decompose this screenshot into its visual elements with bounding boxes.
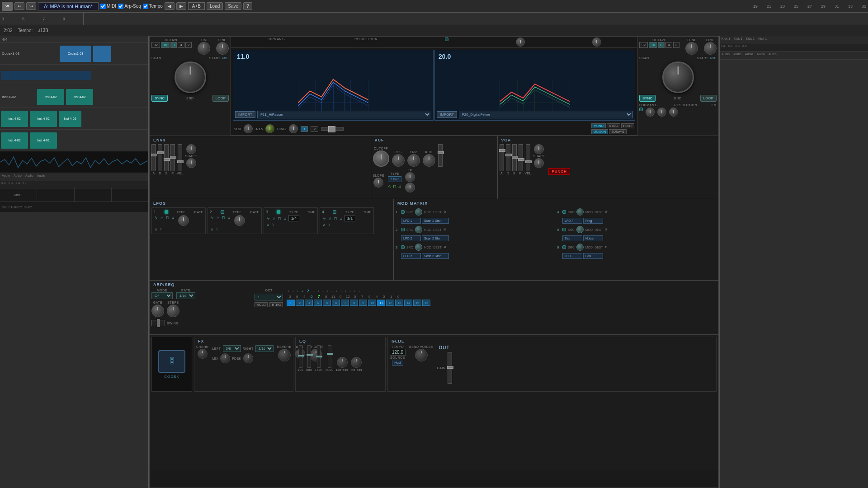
prev-button[interactable]: ◀ xyxy=(165,2,175,10)
ab-button[interactable]: A+B xyxy=(188,2,205,10)
mod6-led[interactable] xyxy=(562,245,566,249)
lfo1-wave-saw[interactable]: ⊿ xyxy=(170,215,175,226)
load-button[interactable]: Load xyxy=(207,2,223,10)
mod5-knob[interactable] xyxy=(576,226,584,233)
fx-left-select[interactable]: 3/8 xyxy=(223,345,241,352)
seq-btn-13[interactable]: 13 xyxy=(395,300,403,306)
arp-oct-select[interactable]: 1 2 xyxy=(255,294,283,300)
env3-d-fader[interactable] xyxy=(158,144,162,171)
fx-mix-knob[interactable] xyxy=(220,353,230,363)
mod2-src-select[interactable]: LFO 2 xyxy=(401,235,421,241)
vcf-slope-knob[interactable] xyxy=(373,178,383,188)
mod6-src-select[interactable]: LFO 3 xyxy=(562,253,582,259)
eq-100-slider[interactable] xyxy=(299,345,302,368)
lfo1-wave-sq[interactable]: ⊓ xyxy=(165,215,170,226)
track-block-5a[interactable]: Inst 4-02 xyxy=(1,132,28,149)
lfo1-wave-rnd[interactable]: ⌇ xyxy=(159,227,163,232)
seq-btn-9[interactable]: 9 xyxy=(359,300,367,306)
arp-mode-select[interactable]: Off Up Down xyxy=(151,292,173,299)
osc2-tune-knob[interactable] xyxy=(685,42,698,55)
mod1-led[interactable] xyxy=(401,210,405,214)
mod2-knob[interactable] xyxy=(415,226,422,233)
vca-vel-fader[interactable] xyxy=(526,144,530,171)
lfo3-wave-tri[interactable]: △ xyxy=(272,216,276,221)
redo-button[interactable]: ↪ xyxy=(26,2,36,10)
env3-shape2-knob[interactable] xyxy=(186,158,196,168)
mod6-dest-select[interactable]: Fan xyxy=(583,253,603,259)
env3-vel-fader[interactable] xyxy=(178,144,182,171)
mod3-src-select[interactable]: LFO 2 xyxy=(401,253,421,259)
mod3-led[interactable] xyxy=(401,245,405,249)
lfo4-wave-sq[interactable]: ⊓ xyxy=(333,216,338,221)
mix-fader-thumb[interactable] xyxy=(328,126,335,132)
eq-1500-slider[interactable] xyxy=(317,345,321,368)
mod4-knob[interactable] xyxy=(576,208,584,216)
lfo1-rate-knob[interactable] xyxy=(178,215,189,226)
env3-r-fader[interactable] xyxy=(170,144,175,171)
fx-right-select[interactable]: 3/16 xyxy=(255,345,274,352)
vcf-type-btn[interactable]: 2 Pole xyxy=(388,176,401,182)
lfo1-wave-rsaw[interactable]: ∧ xyxy=(154,227,158,232)
lfo4-wave-saw[interactable]: ⊿ xyxy=(339,216,344,221)
mix-knob[interactable] xyxy=(289,124,298,133)
vcf-env-knob[interactable] xyxy=(407,154,420,167)
vcf-cutoff-knob[interactable] xyxy=(373,150,389,167)
lfo4-wave-rsaw[interactable]: ∧ xyxy=(322,222,326,227)
mod6-knob[interactable] xyxy=(576,244,584,251)
global-source-select[interactable]: Host xyxy=(392,360,403,366)
eq-3000-slider[interactable] xyxy=(328,345,331,368)
vcf-wave-saw[interactable]: ⊿ xyxy=(398,184,401,189)
osc1-fine-knob[interactable] xyxy=(216,42,229,55)
osc1-formant-knob[interactable] xyxy=(516,38,525,47)
arp-swing-fader[interactable] xyxy=(151,320,165,326)
osc2-resolution-knob[interactable] xyxy=(657,108,666,117)
seq-btn-2[interactable]: 2 xyxy=(296,300,304,306)
mod3-knob[interactable] xyxy=(415,244,422,251)
osc1-scan-knob[interactable] xyxy=(175,61,206,93)
lfo2-rate-knob[interactable] xyxy=(234,215,245,226)
midi-checkbox[interactable] xyxy=(100,4,106,9)
lfo3-wave-rsaw[interactable]: ∧ xyxy=(266,222,270,227)
lfo2-wave-sq[interactable]: ⊓ xyxy=(221,215,226,226)
mod5-dest-select[interactable]: Noise xyxy=(583,235,603,241)
port-btn[interactable]: PORT xyxy=(621,123,634,128)
osc1-tune-knob[interactable] xyxy=(198,42,210,55)
osc2-oct-16[interactable]: 16 xyxy=(649,42,657,48)
lfo4-wave-sin[interactable]: ∿ xyxy=(322,216,327,221)
osc2-fm-knob[interactable] xyxy=(669,108,678,117)
osc2-oct-4[interactable]: 4 xyxy=(665,42,672,48)
osc1-octave-16[interactable]: 16 xyxy=(161,42,170,48)
unison-btn[interactable]: UNISON xyxy=(591,129,608,134)
osc1-sync-btn[interactable]: SYNC xyxy=(151,95,168,102)
vcf-wave-sq[interactable]: ⊓ xyxy=(393,184,396,189)
vca-punch-btn[interactable]: PUNCH xyxy=(548,168,570,175)
mod5-led[interactable] xyxy=(562,228,566,231)
ring-knob[interactable] xyxy=(265,124,274,133)
seq-btn-1[interactable]: 1 xyxy=(287,300,295,306)
mod4-led[interactable] xyxy=(562,210,566,214)
vcf-wave-sin[interactable]: ∿ xyxy=(388,184,392,189)
track-block-2[interactable] xyxy=(1,71,91,80)
lfo2-wave-rnd[interactable]: ⌇ xyxy=(215,227,219,232)
mod1-src-select[interactable]: LFO 1 xyxy=(401,218,421,224)
osc1-loop-btn[interactable]: LOOP xyxy=(212,95,229,102)
seq-btn-7[interactable]: 7 xyxy=(341,300,349,306)
arp-rtrg-btn[interactable]: RTRG xyxy=(269,302,283,307)
vca-d-fader[interactable] xyxy=(506,144,510,171)
osc2-sync-btn[interactable]: SYNC xyxy=(639,95,656,102)
arp-rate-select[interactable]: 1/16 1/8 1/4 xyxy=(176,292,195,299)
osc2-preset-select[interactable]: F20_DigitalFeline xyxy=(459,111,633,118)
vca-a-fader[interactable] xyxy=(500,144,504,171)
osc2-loop-btn[interactable]: LOOP xyxy=(700,95,717,102)
lfo3-led[interactable] xyxy=(277,210,280,214)
arp-gate-knob[interactable] xyxy=(151,305,164,317)
lfo4-led[interactable] xyxy=(333,210,336,214)
eq-hipass-knob[interactable] xyxy=(351,357,362,368)
mod1-knob[interactable] xyxy=(415,208,422,216)
osc2-fine-knob[interactable] xyxy=(704,42,717,55)
osc1-import-btn[interactable]: IMPORT xyxy=(235,111,255,118)
track-block-3a[interactable]: Inst 4-02 xyxy=(37,89,64,105)
env3-a-fader[interactable] xyxy=(151,144,156,171)
osc2-import-btn[interactable]: IMPORT xyxy=(437,111,457,118)
track-block-4a[interactable]: Inst 4-02 xyxy=(1,111,28,127)
